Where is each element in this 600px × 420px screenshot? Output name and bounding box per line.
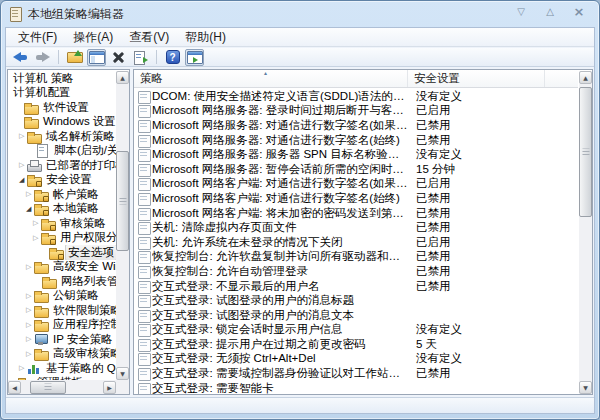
tree-item-6[interactable]: ▷已部署的打印机 <box>8 158 116 173</box>
menu-item-3[interactable]: 帮助(H) <box>177 28 234 47</box>
title-bar[interactable]: 本地组策略编辑器 <box>1 1 599 27</box>
tree-collapsed-icon[interactable]: ▷ <box>26 303 34 317</box>
policy-row-7[interactable]: Microsoft 网络客户端: 对通信进行数字签名(始终)已禁用 <box>134 191 578 206</box>
list-scroll-thumb[interactable] <box>579 87 592 217</box>
scroll-up-icon[interactable]: ▲ <box>579 71 592 84</box>
scroll-up-icon[interactable]: ▲ <box>116 71 129 84</box>
tree-item-label: 基于策略的 QoS <box>43 361 116 376</box>
console-tree-toggle-button[interactable] <box>87 49 106 66</box>
tree-collapsed-icon[interactable]: ▷ <box>26 289 34 303</box>
tree-item-18[interactable]: ▷IP 安全策略，在 本地计算机 <box>8 332 116 347</box>
tree-expanded-icon[interactable]: ◢ <box>19 173 27 187</box>
tree-item-2[interactable]: 软件设置 <box>8 100 116 115</box>
back-button[interactable] <box>11 49 30 66</box>
tree-item-label: 审核策略 <box>57 216 109 231</box>
policy-row-11[interactable]: 恢复控制台: 允许软盘复制并访问所有驱动器和所有文件夹已禁用 <box>134 250 578 265</box>
tree-hscroll-thumb[interactable] <box>30 381 66 394</box>
policy-row-10[interactable]: 关机: 允许系统在未登录的情况下关闭已启用 <box>134 235 578 250</box>
column-header-policy[interactable]: 策略 ▴ <box>134 70 408 87</box>
column-header-setting[interactable]: 安全设置 <box>408 70 545 87</box>
minimize-button[interactable]: ▽ <box>513 4 529 18</box>
tree-collapsed-icon[interactable]: ▷ <box>26 347 34 361</box>
policy-icon <box>138 91 149 102</box>
tree-item-14[interactable]: 网络列表管理器策略 <box>8 274 116 289</box>
policy-row-14[interactable]: 交互式登录: 试图登录的用户的消息标题 <box>134 293 578 308</box>
tree-item-20[interactable]: ▷基于策略的 QoS <box>8 361 116 376</box>
tree-item-17[interactable]: ▷应用程序控制策略 <box>8 318 116 333</box>
tree-item-8[interactable]: ▷帐户策略 <box>8 187 116 202</box>
close-button[interactable]: × <box>571 4 587 18</box>
export-list-button[interactable] <box>131 49 150 66</box>
tree-item-5[interactable]: 脚本(启动/关机) <box>8 144 116 159</box>
scroll-right-icon[interactable]: ▶ <box>103 381 116 394</box>
policy-row-3[interactable]: Microsoft 网络服务器: 对通信进行数字签名(始终)已禁用 <box>134 133 578 148</box>
policy-row-20[interactable]: 交互式登录: 需要智能卡 <box>134 381 578 394</box>
qos-icon <box>27 362 41 375</box>
policy-row-16[interactable]: 交互式登录: 锁定会话时显示用户信息没有定义 <box>134 323 578 338</box>
folder-icon <box>27 130 41 143</box>
policy-row-5[interactable]: Microsoft 网络服务器: 暂停会话前所需的空闲时间数量15 分钟 <box>134 162 578 177</box>
policy-row-19[interactable]: 交互式登录: 需要域控制器身份验证以对工作站进行解锁已禁用 <box>134 366 578 381</box>
tree-collapsed-icon[interactable]: ▷ <box>19 129 27 143</box>
policy-row-6[interactable]: Microsoft 网络客户端: 对通信进行数字签名(如果服务器允许)已启用 <box>134 177 578 192</box>
policy-icon <box>138 310 149 321</box>
up-one-level-button[interactable] <box>65 49 84 66</box>
tree-item-4[interactable]: ▷域名解析策略 <box>8 129 116 144</box>
script-icon <box>35 144 49 157</box>
policy-row-0[interactable]: DCOM: 使用安全描述符定义语言(SDDL)语法的计算机启动限制没有定义 <box>134 89 578 104</box>
policy-name: 交互式登录: 不显示最后的用户名 <box>152 279 408 294</box>
policy-row-12[interactable]: 恢复控制台: 允许自动管理登录已禁用 <box>134 264 578 279</box>
action-pane-toggle-button[interactable] <box>185 49 204 66</box>
tree-scroll-thumb[interactable] <box>116 151 129 251</box>
list-vertical-scrollbar[interactable]: ▲ ▼ <box>579 71 592 394</box>
tree-collapsed-icon[interactable]: ▷ <box>26 260 34 274</box>
menu-item-0[interactable]: 文件(F) <box>10 28 65 47</box>
policy-row-13[interactable]: 交互式登录: 不显示最后的用户名已禁用 <box>134 279 578 294</box>
tree-item-3[interactable]: Windows 设置 <box>8 115 116 130</box>
tree-collapsed-icon[interactable]: ▷ <box>33 231 41 245</box>
tree-item-13[interactable]: ▷高级安全 Windows 防火墙 <box>8 260 116 275</box>
menu-item-2[interactable]: 查看(V) <box>121 28 177 47</box>
tree-collapsed-icon[interactable]: ▷ <box>19 361 27 375</box>
policy-name: 恢复控制台: 允许自动管理登录 <box>152 264 408 279</box>
tree-item-12[interactable]: 安全选项 <box>8 245 116 260</box>
tree-item-10[interactable]: ▷审核策略 <box>8 216 116 231</box>
tree-expanded-icon[interactable]: ◢ <box>26 202 34 216</box>
help-button[interactable]: ? <box>163 49 182 66</box>
tree-collapsed-icon[interactable]: ▷ <box>19 158 27 172</box>
tree-item-0[interactable]: 计算机 策略 <box>8 71 116 86</box>
tree-item-7[interactable]: ◢安全设置 <box>8 173 116 188</box>
policy-row-4[interactable]: Microsoft 网络服务器: 服务器 SPN 目标名称验证级别没有定义 <box>134 147 578 162</box>
tree-vertical-scrollbar[interactable]: ▲ ▼ <box>116 71 129 380</box>
policy-row-15[interactable]: 交互式登录: 试图登录的用户的消息文本 <box>134 308 578 323</box>
policy-row-17[interactable]: 交互式登录: 提示用户在过期之前更改密码5 天 <box>134 337 578 352</box>
delete-button[interactable] <box>109 49 128 66</box>
scroll-left-icon[interactable]: ◀ <box>8 381 21 394</box>
tree-horizontal-scrollbar[interactable]: ◀ ▶ <box>8 380 116 394</box>
tree-collapsed-icon[interactable]: ▷ <box>26 318 34 332</box>
tree-item-1[interactable]: 计算机配置 <box>8 86 116 101</box>
tree-item-11[interactable]: ▷用户权限分配 <box>8 231 116 246</box>
folder-lock-icon <box>27 173 41 186</box>
scroll-down-icon[interactable]: ▼ <box>116 367 129 380</box>
tree-collapsed-icon[interactable]: ▷ <box>26 332 34 346</box>
forward-button[interactable] <box>33 49 52 66</box>
policy-row-1[interactable]: Microsoft 网络服务器: 登录时间过期后断开与客户端的连接已启用 <box>134 104 578 119</box>
tree-collapsed-icon[interactable]: ▷ <box>33 216 41 230</box>
menu-item-1[interactable]: 操作(A) <box>65 28 121 47</box>
tree-item-19[interactable]: ▷高级审核策略配置 <box>8 347 116 362</box>
policy-list-panel: 策略 ▴ 安全设置 DCOM: 使用安全描述符定义语言(SDDL)语法的计算机启… <box>133 69 593 395</box>
policy-setting: 已禁用 <box>408 366 578 381</box>
tree-item-16[interactable]: ▷软件限制策略 <box>8 303 116 318</box>
tree-item-15[interactable]: ▷公钥策略 <box>8 289 116 304</box>
tree-item-9[interactable]: ◢本地策略 <box>8 202 116 217</box>
policy-row-8[interactable]: Microsoft 网络客户端: 将未加密的密码发送到第三方 SMB 服务器已禁… <box>134 206 578 221</box>
maximize-button[interactable]: △ <box>542 4 558 18</box>
policy-row-18[interactable]: 交互式登录: 无须按 Ctrl+Alt+Del没有定义 <box>134 352 578 367</box>
policy-icon <box>138 105 149 116</box>
policy-row-2[interactable]: Microsoft 网络服务器: 对通信进行数字签名(如果客户端允许)已禁用 <box>134 118 578 133</box>
folder-lock-icon <box>34 188 48 201</box>
scroll-down-icon[interactable]: ▼ <box>579 381 592 394</box>
tree-collapsed-icon[interactable]: ▷ <box>26 187 34 201</box>
policy-row-9[interactable]: 关机: 清除虚拟内存页面文件已禁用 <box>134 220 578 235</box>
